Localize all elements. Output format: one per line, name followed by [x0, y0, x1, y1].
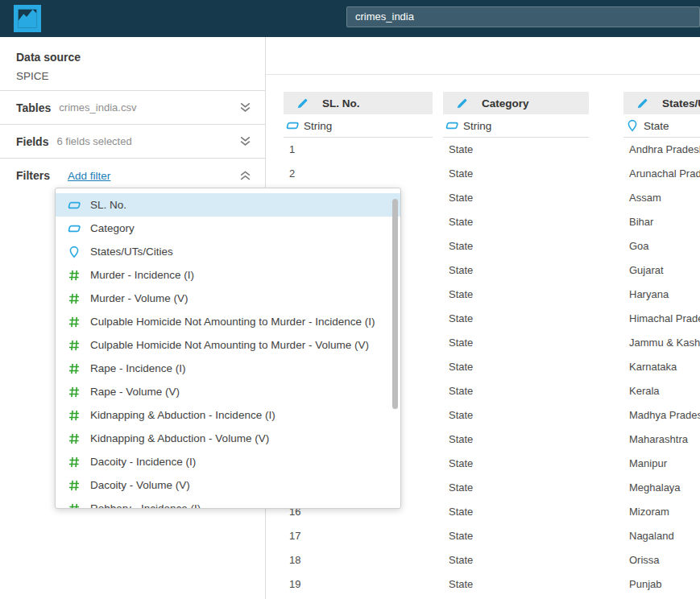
table-cell: State [443, 428, 589, 452]
table-cell: Arunachal Pradesh [623, 162, 700, 186]
dropdown-scrollbar-thumb[interactable] [392, 199, 398, 409]
number-type-icon [68, 479, 81, 492]
table-cell: Mizoram [623, 500, 700, 524]
toolbar-divider [266, 74, 700, 75]
sidebar-section-fields[interactable]: Fields 6 fields selected [0, 125, 265, 159]
number-type-icon [68, 409, 81, 422]
table-cell: State [443, 524, 589, 548]
table-cell: Manipur [623, 452, 700, 476]
quicksight-logo-icon[interactable] [14, 5, 41, 32]
number-type-icon [68, 456, 81, 469]
number-type-icon [68, 432, 81, 445]
number-type-icon [68, 292, 81, 305]
number-type-icon [68, 339, 81, 352]
table-cell: Punjab [623, 572, 700, 597]
string-type-icon [286, 119, 299, 132]
table-cell: Madhya Pradesh [623, 403, 700, 428]
column-name: Category [482, 97, 529, 109]
table-cell: Haryana [623, 283, 700, 307]
table-cell: Kerala [623, 379, 700, 403]
edit-pencil-icon[interactable] [456, 97, 468, 109]
field-option-label: Dacoity - Volume (V) [90, 479, 190, 491]
double-chevron-down-icon[interactable] [238, 101, 252, 114]
field-option-7[interactable]: Culpable Homicide Not Amounting to Murde… [56, 333, 400, 357]
table-cell: Andhra Pradesh [623, 138, 700, 162]
dataset-name-input[interactable]: crimes_india [346, 6, 700, 27]
field-option-label: Culpable Homicide Not Amounting to Murde… [90, 339, 369, 351]
table-cell: State [443, 138, 589, 162]
table-cell: State [443, 210, 589, 234]
data-source-label: Data source [16, 51, 249, 64]
number-type-icon [68, 269, 81, 282]
table-column-3: States/UTs/CitiesStateAndhra PradeshArun… [623, 92, 700, 597]
field-option-8[interactable]: Rape - Incidence (I) [56, 357, 400, 380]
field-option-label: Kidnapping & Abduction - Incidence (I) [90, 409, 275, 421]
table-cell: Nagaland [623, 524, 700, 548]
field-option-4[interactable]: Murder - Incidence (I) [56, 263, 400, 287]
column-data-type[interactable]: String [443, 114, 589, 138]
string-type-icon [68, 222, 81, 235]
table-cell: 17 [284, 524, 433, 548]
tables-label: Tables [16, 101, 51, 114]
field-option-11[interactable]: Kidnapping & Abduction - Volume (V) [56, 427, 400, 450]
table-cell: Himachal Pradesh [623, 307, 700, 331]
table-cell: State [443, 258, 589, 283]
field-option-label: Dacoity - Incidence (I) [90, 456, 196, 468]
table-cell: State [443, 379, 589, 403]
data-source-value: SPICE [16, 70, 249, 82]
add-filter-link[interactable]: Add filter [68, 170, 110, 182]
table-cell: State [443, 162, 589, 186]
field-option-label: Category [90, 222, 135, 234]
double-chevron-down-icon[interactable] [238, 134, 252, 148]
field-option-label: Rape - Incidence (I) [90, 362, 186, 374]
table-cell: State [443, 572, 589, 597]
sidebar-section-tables[interactable]: Tables crimes_india.csv [0, 91, 265, 125]
column-data-type[interactable]: String [284, 114, 433, 138]
table-cell: State [443, 355, 589, 379]
table-cell: Bihar [623, 210, 700, 234]
edit-pencil-icon[interactable] [636, 97, 648, 109]
number-type-icon [68, 316, 81, 328]
field-option-label: Kidnapping & Abduction - Volume (V) [90, 432, 269, 444]
column-name: States/UTs/Cities [662, 97, 700, 109]
fields-label: Fields [16, 135, 48, 148]
field-option-10[interactable]: Kidnapping & Abduction - Incidence (I) [56, 403, 400, 427]
column-header[interactable]: Category [443, 92, 589, 114]
field-option-9[interactable]: Rape - Volume (V) [56, 380, 400, 403]
data-source-block: Data source SPICE [0, 37, 265, 91]
table-cell: Meghalaya [623, 476, 700, 500]
table-cell: 19 [284, 572, 433, 597]
double-chevron-up-icon[interactable] [238, 169, 252, 183]
table-cell: State [443, 500, 589, 524]
field-option-label: Murder - Incidence (I) [90, 269, 194, 281]
table-cell: Maharashtra [623, 428, 700, 452]
field-option-12[interactable]: Dacoity - Incidence (I) [56, 450, 400, 473]
field-option-1[interactable]: SL. No. [56, 193, 400, 217]
table-cell: Gujarat [623, 258, 700, 283]
field-option-14[interactable]: Robbery - Incidence (I) [56, 497, 400, 509]
field-option-13[interactable]: Dacoity - Volume (V) [56, 473, 400, 497]
table-cell: State [443, 548, 589, 572]
string-type-icon [445, 119, 458, 132]
number-type-icon [68, 502, 81, 510]
column-data-type[interactable]: State [623, 114, 700, 138]
field-option-label: Robbery - Incidence (I) [90, 502, 201, 509]
column-name: SL. No. [322, 97, 360, 109]
field-option-6[interactable]: Culpable Homicide Not Amounting to Murde… [56, 310, 400, 333]
field-option-2[interactable]: Category [56, 217, 400, 240]
field-option-3[interactable]: States/UTs/Cities [56, 240, 400, 263]
table-cell: State [443, 403, 589, 428]
column-header[interactable]: States/UTs/Cities [623, 92, 700, 114]
column-header[interactable]: SL. No. [284, 92, 433, 114]
tables-value: crimes_india.csv [59, 101, 136, 114]
geo-type-icon [626, 119, 639, 132]
table-cell: 1 [284, 138, 433, 162]
column-type-label: String [463, 120, 491, 132]
table-cell: 18 [284, 548, 433, 572]
field-option-5[interactable]: Murder - Volume (V) [56, 287, 400, 310]
fields-value: 6 fields selected [56, 135, 131, 147]
table-cell: State [443, 452, 589, 476]
column-type-label: State [644, 120, 669, 132]
edit-pencil-icon[interactable] [296, 97, 309, 109]
table-cell: State [443, 476, 589, 500]
